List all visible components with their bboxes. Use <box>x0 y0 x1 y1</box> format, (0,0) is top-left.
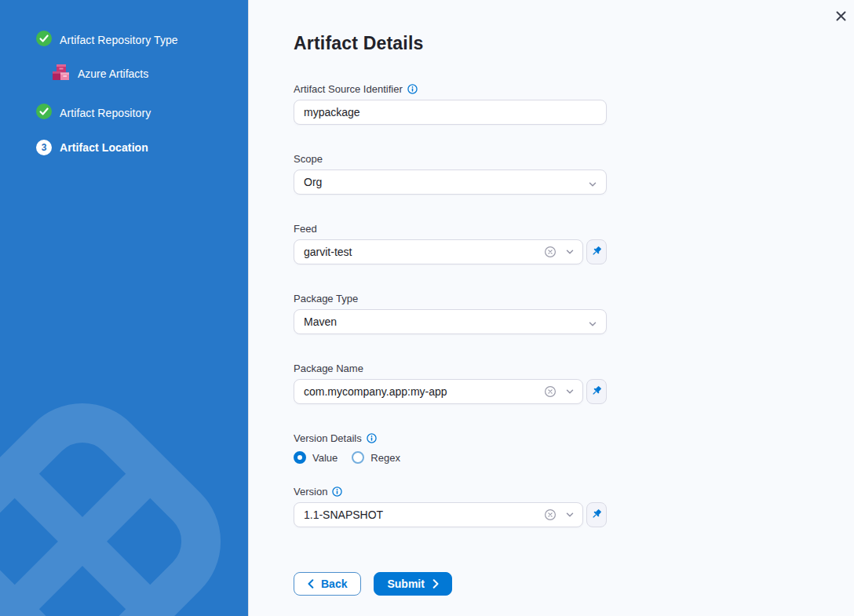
artifact-wizard-modal: Artifact Repository Type Azure Ar <box>0 0 854 616</box>
chevron-down-icon <box>588 318 597 332</box>
field-version: Version <box>294 485 607 527</box>
step-label: Artifact Location <box>60 141 148 154</box>
step-label: Artifact Repository Type <box>60 34 178 46</box>
clear-circle-icon[interactable] <box>544 508 557 521</box>
radio-regex[interactable]: Regex <box>352 451 400 464</box>
package-name-input[interactable] <box>294 379 583 404</box>
field-artifact-source-identifier: Artifact Source Identifier <box>294 82 607 125</box>
check-circle-icon <box>36 104 52 122</box>
azure-artifacts-icon <box>50 62 71 86</box>
fixed-value-pin-button[interactable] <box>586 502 607 527</box>
clear-circle-icon[interactable] <box>544 246 557 258</box>
field-label: Version Details <box>294 432 362 444</box>
package-type-select[interactable]: Maven <box>294 309 607 334</box>
field-version-details: Version Details Value <box>294 432 607 465</box>
step-number-badge: 3 <box>36 140 52 155</box>
version-input[interactable] <box>294 502 583 527</box>
scope-value: Org <box>304 176 322 188</box>
close-icon <box>835 10 847 24</box>
sidebar-step-artifact-repository[interactable]: Artifact Repository <box>0 104 248 122</box>
wizard-sidebar: Artifact Repository Type Azure Ar <box>0 0 248 616</box>
close-button[interactable] <box>833 9 849 25</box>
wizard-footer: Back Submit <box>294 572 607 596</box>
field-label: Feed <box>294 223 317 235</box>
scope-select[interactable]: Org <box>294 169 607 195</box>
field-label: Package Name <box>294 363 363 374</box>
info-icon[interactable] <box>407 84 418 94</box>
sidebar-step-artifact-repository-type[interactable]: Artifact Repository Type <box>0 31 248 49</box>
connector-label: Azure Artifacts <box>78 67 148 80</box>
feed-input[interactable] <box>294 239 583 264</box>
sidebar-item-azure-artifacts[interactable]: Azure Artifacts <box>0 63 248 85</box>
field-label: Version <box>294 486 327 498</box>
page-title: Artifact Details <box>294 33 607 54</box>
radio-unselected-icon <box>352 451 364 464</box>
harness-logo-watermark <box>0 306 248 616</box>
field-label: Artifact Source Identifier <box>294 83 403 95</box>
field-feed: Feed <box>294 222 607 264</box>
clear-circle-icon[interactable] <box>544 385 557 398</box>
pin-icon <box>590 245 603 260</box>
artifact-source-identifier-input[interactable] <box>294 100 607 125</box>
check-circle-icon <box>36 31 52 49</box>
chevron-right-icon <box>432 579 439 589</box>
package-type-value: Maven <box>304 315 337 328</box>
field-package-type: Package Type Maven <box>294 292 607 334</box>
radio-label: Regex <box>370 452 400 464</box>
submit-button[interactable]: Submit <box>374 572 451 596</box>
back-button-label: Back <box>321 578 347 590</box>
info-icon[interactable] <box>332 487 342 497</box>
submit-button-label: Submit <box>387 578 424 590</box>
sidebar-step-artifact-location[interactable]: 3 Artifact Location <box>0 139 248 156</box>
field-label: Package Type <box>294 293 358 304</box>
pin-icon <box>590 508 603 523</box>
fixed-value-pin-button[interactable] <box>586 379 607 404</box>
fixed-value-pin-button[interactable] <box>586 239 607 264</box>
chevron-left-icon <box>308 579 314 589</box>
info-icon[interactable] <box>367 433 377 443</box>
version-combobox <box>294 502 583 527</box>
radio-value[interactable]: Value <box>294 451 338 464</box>
field-scope: Scope Org <box>294 152 607 195</box>
package-name-combobox <box>294 379 583 404</box>
radio-label: Value <box>312 452 338 464</box>
field-label: Scope <box>294 153 323 165</box>
chevron-down-icon[interactable] <box>565 247 575 257</box>
chevron-down-icon <box>588 178 597 192</box>
chevron-down-icon[interactable] <box>565 387 575 396</box>
pin-icon <box>590 385 603 399</box>
feed-combobox <box>294 239 583 264</box>
step-label: Artifact Repository <box>60 107 151 119</box>
back-button[interactable]: Back <box>294 572 361 596</box>
chevron-down-icon[interactable] <box>565 510 575 519</box>
field-package-name: Package Name <box>294 362 607 404</box>
radio-selected-icon <box>294 451 306 464</box>
artifact-details-panel: Artifact Details Artifact Source Identif… <box>248 0 854 616</box>
